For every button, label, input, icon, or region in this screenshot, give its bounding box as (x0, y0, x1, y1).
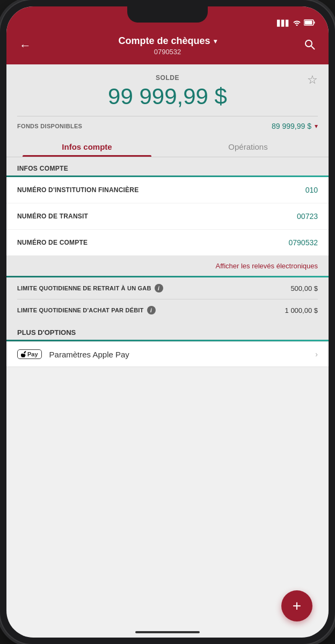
star-button[interactable]: ☆ (307, 73, 318, 87)
balance-amount: 99 999,99 $ (17, 84, 318, 109)
electronic-link-section: Afficher les relevés électroniques (6, 255, 329, 276)
debit-limit-value: 1 000,00 $ (285, 306, 318, 314)
infos-section-header: INFOS COMPTE (6, 157, 329, 175)
balance-label: SOLDE (17, 74, 318, 82)
fonds-section: FONDS DISPONIBLES 89 999,99 $ ▾ (6, 116, 329, 136)
header-center: Compte de chèques ▾ 0790532 (33, 35, 302, 56)
signal-icon: ▋▋▋ (277, 20, 290, 27)
app-header: ← Compte de chèques ▾ 0790532 (6, 30, 329, 64)
header-title: Compte de chèques ▾ (33, 35, 302, 47)
screen: ▋▋▋ ← Compte (6, 6, 329, 638)
wifi-icon (293, 19, 301, 27)
svg-rect-2 (305, 21, 312, 25)
gab-limit-label: LIMITE QUOTIDIENNE DE RETRAIT À UN GAB i (17, 284, 163, 292)
limits-section: LIMITE QUOTIDIENNE DE RETRAIT À UN GAB i… (6, 277, 329, 321)
tab-operations-label: Opérations (228, 142, 267, 151)
fonds-label: FONDS DISPONIBLES (17, 123, 82, 129)
transit-label: NUMÉRO DE TRANSIT (17, 213, 88, 220)
institution-row: NUMÉRO D'INSTITUTION FINANCIÈRE 010 (6, 177, 329, 203)
home-indicator (135, 631, 200, 633)
apple-pay-row[interactable]: Pay Paramètres Apple Pay › (6, 341, 329, 367)
apple-pay-chevron-icon: › (315, 350, 318, 358)
account-title: Compte de chèques (118, 35, 210, 47)
apple-pay-text: Pay (27, 351, 38, 357)
gab-label-text: LIMITE QUOTIDIENNE DE RETRAIT À UN GAB (17, 285, 151, 291)
tab-infos-compte[interactable]: Infos compte (6, 136, 168, 157)
gab-info-icon[interactable]: i (155, 284, 163, 292)
fab-button[interactable]: + (281, 590, 312, 621)
transit-value: 00723 (297, 212, 318, 221)
svg-rect-1 (314, 21, 315, 24)
debit-info-icon[interactable]: i (147, 306, 156, 314)
balance-section: SOLDE 99 999,99 $ ☆ (6, 64, 329, 116)
institution-label: NUMÉRO D'INSTITUTION FINANCIÈRE (17, 186, 139, 194)
battery-icon (304, 19, 316, 27)
gab-limit-value: 500,00 $ (290, 284, 318, 292)
tabs-section: Infos compte Opérations (6, 136, 329, 157)
svg-point-3 (305, 40, 312, 47)
options-header: PLUS D'OPTIONS (6, 321, 329, 340)
tab-infos-label: Infos compte (62, 142, 112, 151)
compte-label: NUMÉRO DE COMPTE (17, 239, 88, 246)
gab-limit-row: LIMITE QUOTIDIENNE DE RETRAIT À UN GAB i… (17, 277, 318, 299)
compte-row: NUMÉRO DE COMPTE 0790532 (6, 230, 329, 255)
tab-operations[interactable]: Opérations (168, 136, 329, 157)
compte-value: 0790532 (288, 238, 318, 247)
dropdown-arrow-icon[interactable]: ▾ (214, 38, 217, 45)
info-card: NUMÉRO D'INSTITUTION FINANCIÈRE 010 NUMÉ… (6, 177, 329, 255)
apple-pay-label: Paramètres Apple Pay (49, 350, 129, 359)
balance-divider (17, 116, 318, 116)
notch (127, 6, 208, 23)
fonds-value[interactable]: 89 999,99 $ ▾ (272, 122, 318, 130)
apple-pay-left: Pay Paramètres Apple Pay (17, 349, 129, 359)
institution-value: 010 (305, 186, 318, 194)
status-icons: ▋▋▋ (277, 19, 316, 27)
apple-pay-badge: Pay (17, 349, 42, 359)
fonds-chevron-icon: ▾ (315, 122, 318, 130)
debit-limit-label: LIMITE QUOTIDIENNE D'ACHAT PAR DÉBIT i (17, 306, 156, 314)
search-button[interactable] (302, 36, 318, 55)
phone-frame: ▋▋▋ ← Compte (0, 0, 335, 644)
content-area: INFOS COMPTE NUMÉRO D'INSTITUTION FINANC… (6, 157, 329, 367)
svg-line-4 (311, 46, 315, 49)
transit-row: NUMÉRO DE TRANSIT 00723 (6, 203, 329, 230)
debit-limit-row: LIMITE QUOTIDIENNE D'ACHAT PAR DÉBIT i 1… (17, 299, 318, 321)
debit-label-text: LIMITE QUOTIDIENNE D'ACHAT PAR DÉBIT (17, 307, 144, 313)
fonds-amount: 89 999,99 $ (272, 122, 311, 130)
account-number: 0790532 (33, 48, 302, 56)
back-button[interactable]: ← (17, 36, 33, 55)
electronic-link[interactable]: Afficher les relevés électroniques (215, 262, 318, 270)
